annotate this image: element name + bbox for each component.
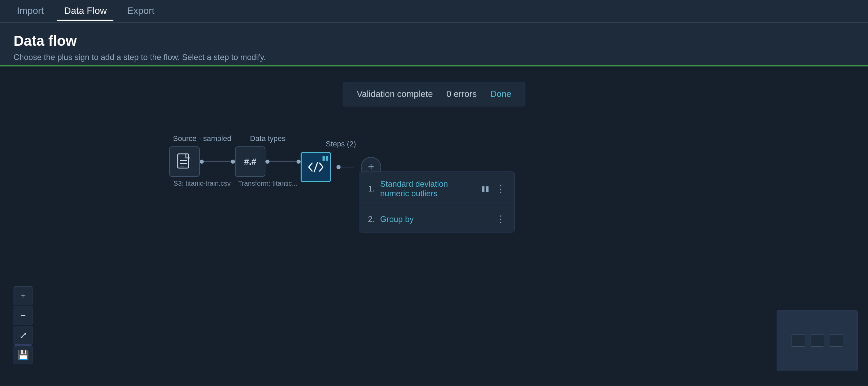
mini-map — [777, 310, 858, 371]
connector-dot-3 — [265, 160, 269, 164]
zoom-out-button[interactable]: − — [14, 306, 32, 325]
connector-dot-5 — [337, 165, 341, 169]
step-2-more-button[interactable]: ⋮ — [496, 214, 505, 225]
svg-line-4 — [314, 162, 318, 172]
flow-diagram: Source - sampled — [169, 134, 381, 187]
code-icon — [307, 160, 324, 174]
source-node-sublabel: S3: titanic-train.csv — [174, 180, 231, 187]
datatypes-node-sublabel: Transform: titantic... — [238, 180, 298, 187]
step-2-label: Group by — [380, 215, 489, 224]
connector-line-2 — [269, 161, 297, 162]
mini-map-node-3 — [829, 334, 843, 347]
tab-dataflow[interactable]: Data Flow — [57, 2, 113, 21]
connector-dot-2 — [231, 160, 235, 164]
zoom-in-button[interactable]: + — [14, 286, 32, 305]
top-navigation: Import Data Flow Export — [0, 0, 868, 23]
step-2-number: 2. — [368, 215, 375, 224]
tab-import[interactable]: Import — [10, 2, 50, 21]
zoom-controls: + − ⤢ 💾 — [14, 286, 32, 364]
steps-node[interactable]: ▮▮ — [301, 152, 331, 182]
zoom-fit-button[interactable]: ⤢ — [14, 326, 32, 345]
connector-dot-4 — [297, 160, 301, 164]
datatypes-node-label: Data types — [250, 134, 285, 143]
page-subtitle: Choose the plus sign to add a step to th… — [14, 53, 854, 62]
source-node-label: Source - sampled — [173, 134, 231, 143]
connector-dot-1 — [200, 160, 204, 164]
flow-canvas: Validation complete 0 errors Done Source… — [0, 66, 868, 385]
bar-chart-icon: ▮▮ — [322, 154, 329, 162]
steps-node-label: Steps (2) — [326, 140, 356, 148]
mini-map-node-2 — [810, 334, 824, 347]
source-node[interactable] — [169, 146, 200, 177]
tab-export[interactable]: Export — [120, 2, 161, 21]
page-title: Data flow — [14, 33, 854, 49]
document-icon — [177, 153, 192, 170]
validation-errors: 0 errors — [447, 89, 477, 99]
page-header: Data flow Choose the plus sign to add a … — [0, 23, 868, 65]
step-1-number: 1. — [368, 184, 375, 194]
step-1-more-button[interactable]: ⋮ — [496, 183, 505, 195]
connector-line-3 — [341, 167, 354, 167]
step-1-link[interactable]: Standard deviation numeric outliers — [380, 179, 477, 198]
bar-chart-step-icon: ▮▮ — [481, 184, 489, 193]
connector-line-1 — [204, 161, 231, 162]
validation-done-button[interactable]: Done — [490, 89, 511, 99]
datatypes-node[interactable]: #.# — [235, 146, 265, 177]
mini-map-node-1 — [791, 334, 805, 347]
step-item-1[interactable]: 1. Standard deviation numeric outliers ▮… — [359, 172, 514, 206]
validation-banner: Validation complete 0 errors Done — [343, 82, 525, 106]
step-item-2[interactable]: 2. Group by ⋮ — [359, 206, 514, 232]
zoom-save-button[interactable]: 💾 — [14, 345, 32, 364]
source-node-group: Source - sampled — [169, 134, 235, 187]
steps-popup: 1. Standard deviation numeric outliers ▮… — [359, 171, 515, 232]
hashtag-icon: #.# — [244, 157, 256, 167]
validation-message: Validation complete — [357, 89, 433, 99]
datatypes-node-group: Data types #.# Transform: titantic... — [235, 134, 301, 187]
